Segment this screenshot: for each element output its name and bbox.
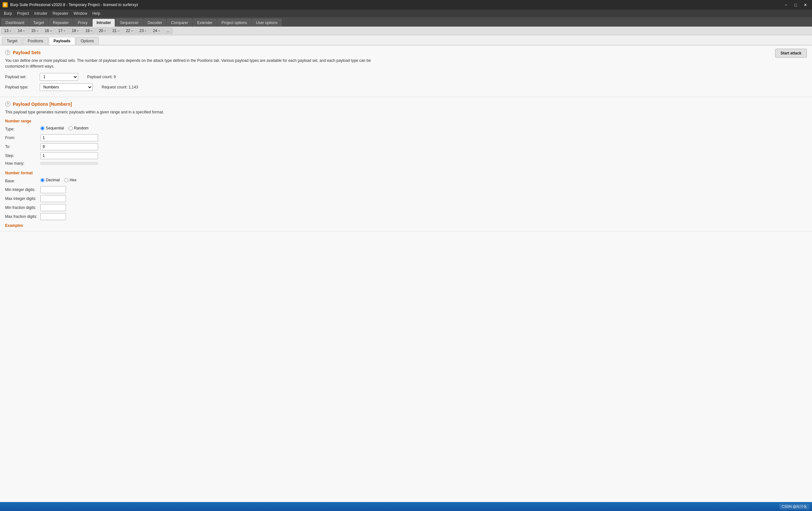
payload-set-label: Payload set: xyxy=(5,74,37,79)
window-controls: − □ ✕ xyxy=(782,2,809,8)
intruder-tab-16[interactable]: 16 × xyxy=(42,28,55,34)
close-tab-22[interactable]: × xyxy=(131,29,133,33)
tab-extender[interactable]: Extender xyxy=(193,19,216,27)
min-fraction-label: Min fraction digits: xyxy=(5,205,40,210)
menu-bar: Burp Project Intruder Repeater Window He… xyxy=(0,10,812,17)
window-title: Burp Suite Professional v2020.8 - Tempor… xyxy=(10,3,138,7)
close-tab-21[interactable]: × xyxy=(118,29,119,33)
how-many-input xyxy=(40,162,98,165)
to-input[interactable] xyxy=(40,143,98,150)
payload-options-help-icon[interactable]: ? xyxy=(5,101,10,107)
close-tab-24[interactable]: × xyxy=(158,29,160,33)
decimal-label: Decimal xyxy=(46,178,60,182)
step-row: Step: xyxy=(5,152,807,159)
sequential-radio[interactable] xyxy=(40,126,45,130)
subtab-positions[interactable]: Positions xyxy=(23,37,48,45)
more-tabs-button[interactable]: ... xyxy=(164,28,172,34)
tab-target[interactable]: Target xyxy=(29,19,48,27)
intruder-tab-17[interactable]: 17 × xyxy=(55,28,68,34)
random-radio[interactable] xyxy=(68,126,73,130)
menu-help[interactable]: Help xyxy=(90,10,103,16)
hex-label: Hex xyxy=(69,178,76,182)
random-option[interactable]: Random xyxy=(68,126,88,130)
menu-intruder[interactable]: Intruder xyxy=(32,10,50,16)
menu-repeater[interactable]: Repeater xyxy=(50,10,71,16)
sub-tab-bar: Target Positions Payloads Options xyxy=(0,35,812,46)
intruder-tab-13[interactable]: 13 × xyxy=(1,28,14,34)
max-fraction-label: Max fraction digits: xyxy=(5,214,40,219)
how-many-row: How many: xyxy=(5,161,807,166)
intruder-tab-22[interactable]: 22 × xyxy=(123,28,136,34)
examples-link[interactable]: Examples xyxy=(5,223,807,228)
payload-options-description: This payload type generates numeric payl… xyxy=(5,109,390,115)
close-tab-17[interactable]: × xyxy=(63,29,65,33)
hex-option[interactable]: Hex xyxy=(64,178,76,182)
max-fraction-input[interactable] xyxy=(40,213,66,220)
tab-user-options[interactable]: User options xyxy=(252,19,282,27)
from-input[interactable] xyxy=(40,134,98,141)
close-tab-13[interactable]: × xyxy=(9,29,11,33)
subtab-payloads[interactable]: Payloads xyxy=(49,37,75,45)
payload-type-select[interactable]: Numbers Simple list Runtime file Custom … xyxy=(40,83,93,91)
payload-type-row: Payload type: Numbers Simple list Runtim… xyxy=(5,83,807,91)
to-label: To: xyxy=(5,145,40,149)
close-tab-23[interactable]: × xyxy=(145,29,146,33)
min-integer-row: Min integer digits: xyxy=(5,186,807,193)
payload-sets-section: ? Payload Sets You can define one or mor… xyxy=(0,46,812,97)
minimize-button[interactable]: − xyxy=(782,2,790,8)
subtab-options[interactable]: Options xyxy=(76,37,99,45)
intruder-tab-21[interactable]: 21 × xyxy=(110,28,122,34)
how-many-label: How many: xyxy=(5,161,40,166)
taskbar: CSDN @向汁化 xyxy=(0,502,812,507)
max-fraction-row: Max fraction digits: xyxy=(5,213,807,220)
min-integer-label: Min integer digits: xyxy=(5,187,40,192)
min-fraction-input[interactable] xyxy=(40,204,66,211)
menu-window[interactable]: Window xyxy=(71,10,90,16)
type-label: Type: xyxy=(5,127,40,131)
close-button[interactable]: ✕ xyxy=(801,2,809,8)
intruder-tab-18[interactable]: 18 × xyxy=(69,28,82,34)
hex-radio[interactable] xyxy=(64,178,68,182)
intruder-tab-23[interactable]: 23 × xyxy=(137,28,149,34)
close-tab-16[interactable]: × xyxy=(50,29,52,33)
type-row: Type: Sequential Random xyxy=(5,126,807,132)
step-input[interactable] xyxy=(40,152,98,159)
decimal-radio[interactable] xyxy=(40,178,45,182)
decimal-option[interactable]: Decimal xyxy=(40,178,60,182)
payload-set-select[interactable]: 1 2 3 xyxy=(40,73,78,81)
menu-project[interactable]: Project xyxy=(14,10,31,16)
number-format-label: Number format xyxy=(5,171,807,175)
close-tab-19[interactable]: × xyxy=(91,29,93,33)
close-tab-18[interactable]: × xyxy=(77,29,79,33)
start-attack-button[interactable]: Start attack xyxy=(775,49,807,58)
tab-dashboard[interactable]: Dashboard xyxy=(1,19,29,27)
tab-sequencer[interactable]: Sequencer xyxy=(116,19,143,27)
payload-options-title: Payload Options [Numbers] xyxy=(13,101,72,107)
start-attack-area: Start attack xyxy=(775,49,807,58)
payload-count-label: Payload count: 9 xyxy=(87,74,116,79)
intruder-tab-19[interactable]: 19 × xyxy=(82,28,95,34)
tab-comparer[interactable]: Comparer xyxy=(167,19,192,27)
intruder-tab-14[interactable]: 14 × xyxy=(15,28,28,34)
min-integer-input[interactable] xyxy=(40,186,66,193)
tab-decoder[interactable]: Decoder xyxy=(144,19,166,27)
tab-repeater[interactable]: Repeater xyxy=(49,19,73,27)
intruder-tab-20[interactable]: 20 × xyxy=(96,28,109,34)
max-integer-input[interactable] xyxy=(40,195,66,202)
tab-project-options[interactable]: Project options xyxy=(217,19,251,27)
tab-intruder[interactable]: Intruder xyxy=(92,19,115,27)
intruder-tab-15[interactable]: 15 × xyxy=(28,28,41,34)
menu-burp[interactable]: Burp xyxy=(1,10,14,16)
tab-proxy[interactable]: Proxy xyxy=(74,19,92,27)
close-tab-20[interactable]: × xyxy=(104,29,106,33)
subtab-target[interactable]: Target xyxy=(2,37,22,45)
to-row: To: xyxy=(5,143,807,150)
payload-sets-help-icon[interactable]: ? xyxy=(5,50,10,55)
intruder-tab-24[interactable]: 24 × xyxy=(150,28,163,34)
payload-sets-description: You can define one or more payload sets.… xyxy=(5,58,390,69)
close-tab-14[interactable]: × xyxy=(23,29,25,33)
request-count-label: Request count: 1,143 xyxy=(102,85,138,89)
maximize-button[interactable]: □ xyxy=(791,2,800,8)
sequential-option[interactable]: Sequential xyxy=(40,126,64,130)
close-tab-15[interactable]: × xyxy=(36,29,38,33)
